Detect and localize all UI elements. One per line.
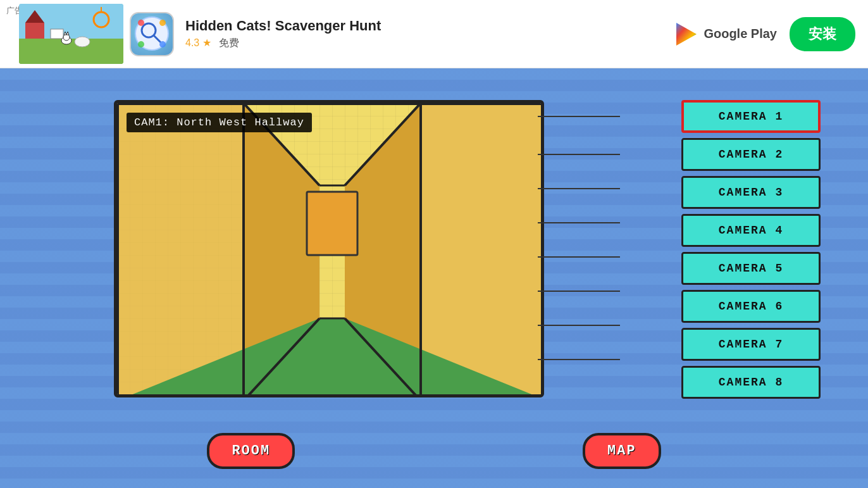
camera-button-3[interactable]: CAMERA 3 bbox=[681, 176, 821, 209]
svg-point-16 bbox=[159, 20, 166, 26]
ad-star-icon: ★ bbox=[202, 37, 211, 48]
ad-rating: 4.3 bbox=[185, 37, 199, 48]
camera-button-7[interactable]: CAMERA 7 bbox=[681, 328, 821, 361]
app-icon-inner bbox=[131, 13, 173, 55]
google-play-logo: Google Play bbox=[674, 22, 777, 46]
hallway-scene bbox=[117, 103, 541, 394]
install-button[interactable]: 安装 bbox=[790, 17, 855, 51]
room-button[interactable]: ROOM bbox=[207, 433, 295, 469]
camera-button-2[interactable]: CAMERA 2 bbox=[681, 138, 821, 171]
banner-image-inner bbox=[19, 4, 123, 64]
gplay-icon bbox=[674, 22, 698, 46]
ad-sub: 4.3 ★ 免费 bbox=[185, 37, 674, 50]
svg-marker-29 bbox=[421, 103, 544, 397]
svg-point-5 bbox=[75, 37, 90, 47]
ad-info: Hidden Cats! Scavenger Hunt 4.3 ★ 免费 bbox=[185, 18, 674, 50]
svg-rect-4 bbox=[51, 29, 63, 39]
svg-point-18 bbox=[159, 41, 166, 47]
ad-app-icon bbox=[130, 12, 174, 56]
camera-button-1[interactable]: CAMERA 1 bbox=[681, 100, 821, 133]
camera-button-4[interactable]: CAMERA 4 bbox=[681, 214, 821, 247]
ad-price: 免费 bbox=[219, 37, 239, 48]
ad-banner: 广告 bbox=[0, 0, 868, 68]
app-icon-svg bbox=[135, 16, 170, 51]
hallway-svg bbox=[117, 103, 544, 397]
svg-point-15 bbox=[138, 20, 144, 26]
game-area: CAM1: North West Hallway bbox=[0, 68, 868, 488]
camera-panel: CAMERA 1CAMERA 2CAMERA 3CAMERA 4CAMERA 5… bbox=[681, 100, 821, 399]
svg-marker-24 bbox=[676, 23, 697, 46]
ad-game-images bbox=[19, 4, 174, 64]
ad-gplay: Google Play bbox=[674, 22, 777, 46]
svg-rect-2 bbox=[25, 23, 44, 39]
farm-scene-svg bbox=[19, 4, 123, 64]
camera-button-8[interactable]: CAMERA 8 bbox=[681, 366, 821, 399]
camera-button-5[interactable]: CAMERA 5 bbox=[681, 252, 821, 285]
ad-banner-image bbox=[19, 4, 123, 64]
ad-title: Hidden Cats! Scavenger Hunt bbox=[185, 18, 674, 34]
google-play-text: Google Play bbox=[704, 27, 777, 41]
map-button[interactable]: MAP bbox=[583, 433, 661, 469]
connector-svg bbox=[538, 100, 620, 397]
bottom-buttons: ROOM MAP bbox=[0, 433, 868, 469]
svg-point-17 bbox=[138, 41, 144, 47]
svg-marker-33 bbox=[319, 318, 345, 397]
cam-label: CAM1: North West Hallway bbox=[127, 113, 312, 132]
svg-rect-34 bbox=[307, 192, 357, 255]
camera-button-6[interactable]: CAMERA 6 bbox=[681, 290, 821, 323]
camera-view: CAM1: North West Hallway bbox=[114, 100, 544, 397]
